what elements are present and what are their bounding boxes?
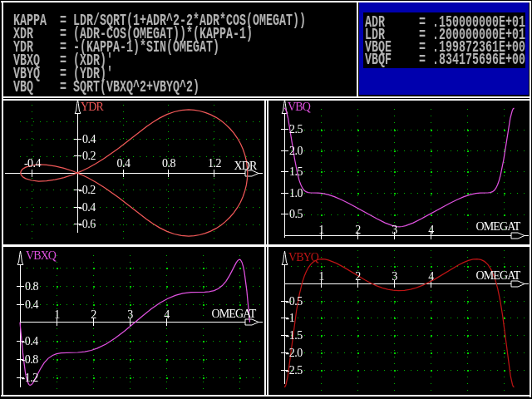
svg-text:-0.6: -0.6: [79, 218, 96, 230]
svg-text:-0.4: -0.4: [22, 335, 39, 347]
svg-text:0.4: 0.4: [117, 157, 131, 170]
svg-text:4: 4: [428, 224, 434, 236]
svg-text:2.5: 2.5: [289, 123, 303, 135]
svg-text:1: 1: [318, 270, 324, 283]
svg-text:VBQ: VBQ: [288, 101, 311, 113]
svg-text:-2.0: -2.0: [286, 347, 303, 359]
svg-text:-2.5: -2.5: [286, 364, 303, 377]
svg-text:-0.5: -0.5: [286, 295, 303, 308]
svg-text:0.4: 0.4: [82, 133, 96, 145]
svg-text:2: 2: [91, 308, 96, 321]
svg-text:-0.4: -0.4: [24, 157, 42, 170]
svg-text:XDR: XDR: [234, 160, 258, 172]
svg-text:1.0: 1.0: [289, 187, 303, 200]
svg-text:-0.8: -0.8: [22, 353, 39, 366]
svg-text:2: 2: [355, 224, 361, 236]
svg-text:2: 2: [355, 270, 361, 283]
svg-text:OMEGAT: OMEGAT: [212, 308, 257, 320]
svg-text:0.5: 0.5: [289, 208, 303, 220]
svg-text:0.8: 0.8: [25, 280, 39, 293]
svg-text:1: 1: [54, 308, 60, 321]
svg-text:VBXQ: VBXQ: [26, 249, 57, 262]
svg-text:OMEGAT: OMEGAT: [476, 269, 521, 282]
svg-text:OMEGAT: OMEGAT: [476, 220, 521, 233]
svg-text:-1.5: -1.5: [286, 329, 303, 342]
svg-text:3: 3: [127, 308, 133, 321]
svg-text:1.2: 1.2: [208, 157, 222, 170]
svg-text:1.5: 1.5: [289, 165, 303, 178]
svg-text:1: 1: [318, 224, 324, 236]
svg-text:4: 4: [428, 270, 434, 283]
svg-text:-1.2: -1.2: [22, 372, 39, 384]
svg-text:-0.4: -0.4: [79, 201, 96, 214]
svg-text:-0.2: -0.2: [79, 184, 96, 196]
svg-text:3: 3: [392, 224, 397, 236]
svg-text:4: 4: [164, 308, 170, 321]
svg-text:-1: -1: [286, 312, 295, 324]
svg-text:0.4: 0.4: [25, 298, 39, 311]
svg-text:VBYQ: VBYQ: [288, 251, 319, 264]
svg-text:0.8: 0.8: [162, 157, 176, 170]
svg-text:YDR: YDR: [81, 101, 104, 113]
svg-text:2.0: 2.0: [289, 145, 303, 157]
svg-text:3: 3: [392, 270, 397, 283]
svg-text:0.2: 0.2: [82, 150, 96, 162]
